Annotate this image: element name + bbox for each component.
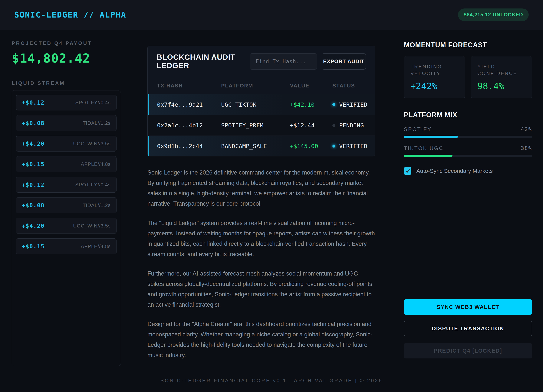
payout-label: PROJECTED Q4 PAYOUT <box>12 40 121 46</box>
predict-q4-locked-button[interactable]: PREDICT Q4 [LOCKED] <box>404 343 532 358</box>
footer-text: SONIC-LEDGER FINANCIAL CORE v0.1 | ARCHI… <box>160 378 383 384</box>
tx-hash-cell: 0x7f4e...9a21 <box>157 101 221 108</box>
platform-cell: SPOTIFY_PREM <box>221 122 290 129</box>
status-dot-verified-icon <box>332 145 335 148</box>
table-row: 0x7f4e...9a21 UGC_TIKTOK +$42.10 VERIFIE… <box>148 94 375 115</box>
forecast-cards: TRENDING VELOCITY +242% YIELD CONFIDENCE… <box>404 56 532 98</box>
app-footer: SONIC-LEDGER FINANCIAL CORE v0.1 | ARCHI… <box>0 369 543 392</box>
unlocked-balance-badge: $84,215.12 UNLOCKED <box>458 8 529 21</box>
ledger-title: BLOCKCHAIN AUDIT LEDGER <box>157 53 250 70</box>
sidebar-left: PROJECTED Q4 PAYOUT $14,802.42 LIQUID ST… <box>0 30 132 369</box>
status-text: VERIFIED <box>339 143 367 149</box>
stream-meta: APPLE//4.8s <box>81 161 111 167</box>
about-paragraph: The "Liquid Ledger" system provides a re… <box>147 218 375 259</box>
platform-cell: UGC_TIKTOK <box>221 101 290 108</box>
platform-mix-row: SPOTIFY 42% <box>404 126 532 138</box>
column-header-value: VALUE <box>290 83 332 89</box>
check-icon <box>405 168 410 173</box>
stream-value: +$4.20 <box>22 223 45 229</box>
stream-meta: UGC_WIN//3.5s <box>73 141 111 147</box>
platform-mix-row: TIKTOK UGC 38% <box>404 145 532 157</box>
stream-value: +$0.15 <box>22 243 45 250</box>
stream-meta: APPLE//4.8s <box>81 243 111 249</box>
trending-velocity-label: TRENDING VELOCITY <box>410 63 458 77</box>
value-cell: +$12.44 <box>290 122 332 129</box>
stream-meta: SPOTIFY//0.4s <box>75 100 111 106</box>
about-paragraph: Sonic-Ledger is the 2026 definitive comm… <box>147 167 375 209</box>
stream-item: +$4.20 UGC_WIN//3.5s <box>16 136 117 151</box>
stream-item: +$0.12 SPOTIFY//0.4s <box>16 95 117 110</box>
stream-value: +$0.15 <box>22 161 45 168</box>
stream-meta: SPOTIFY//0.4s <box>75 182 111 188</box>
platform-cell: BANDCAMP_SALE <box>221 143 290 149</box>
stream-meta: TIDAL//1.2s <box>83 120 111 126</box>
column-header-tx-hash: TX HASH <box>157 83 221 89</box>
stream-value: +$0.12 <box>22 99 45 106</box>
action-buttons: SYNC WEB3 WALLET DISPUTE TRANSACTION PRE… <box>404 299 532 358</box>
column-header-platform: PLATFORM <box>221 83 290 89</box>
app-logo: SONIC-LEDGER // ALPHA <box>14 10 126 19</box>
stream-item: +$0.08 TIDAL//1.2s <box>16 115 117 131</box>
table-row: 0x2a1c...4b12 SPOTIFY_PREM +$12.44 PENDI… <box>148 115 375 135</box>
liquid-stream-panel: +$0.12 SPOTIFY//0.4s +$0.08 TIDAL//1.2s … <box>12 90 121 366</box>
value-cell: +$145.00 <box>290 143 332 149</box>
yield-confidence-label: YIELD CONFIDENCE <box>477 63 526 77</box>
tx-hash-cell: 0x2a1c...4b12 <box>157 122 221 129</box>
about-section: Sonic-Ledger is the 2026 definitive comm… <box>147 167 375 360</box>
yield-confidence-card: YIELD CONFIDENCE 98.4% <box>471 56 532 98</box>
mix-pct-spotify: 42% <box>521 126 532 132</box>
stream-value: +$0.12 <box>22 181 45 188</box>
status-text: VERIFIED <box>339 101 367 108</box>
table-header-row: TX HASH PLATFORM VALUE STATUS <box>148 77 375 94</box>
yield-confidence-value: 98.4% <box>477 81 526 91</box>
blockchain-audit-ledger-card: BLOCKCHAIN AUDIT LEDGER EXPORT AUDIT TX … <box>147 46 375 157</box>
stream-value: +$4.20 <box>22 140 45 147</box>
status-dot-verified-icon <box>332 103 335 106</box>
stream-item: +$0.08 TIDAL//1.2s <box>16 197 117 213</box>
stream-value: +$0.08 <box>22 120 45 126</box>
stream-item: +$0.15 APPLE//4.8s <box>16 238 117 254</box>
platform-mix-title: PLATFORM MIX <box>404 111 532 119</box>
sidebar-right: MOMENTUM FORECAST TRENDING VELOCITY +242… <box>392 30 543 369</box>
progress-bar-track <box>404 136 532 138</box>
payout-value: $14,802.42 <box>12 51 121 66</box>
status-text: PENDING <box>339 122 364 129</box>
status-dot-pending-icon <box>332 124 335 127</box>
sync-web3-wallet-button[interactable]: SYNC WEB3 WALLET <box>404 299 532 315</box>
tx-hash-search-input[interactable] <box>250 53 317 70</box>
table-row: 0x9d1b...2c44 BANDCAMP_SALE +$145.00 VER… <box>148 135 375 156</box>
stream-value: +$0.08 <box>22 202 45 209</box>
progress-bar-track <box>404 155 532 157</box>
status-cell: PENDING <box>332 122 375 129</box>
auto-sync-checkbox[interactable] <box>404 167 411 175</box>
status-cell: VERIFIED <box>332 143 375 149</box>
stream-meta: TIDAL//1.2s <box>83 202 111 208</box>
value-cell: +$42.10 <box>290 101 332 108</box>
center-column: BLOCKCHAIN AUDIT LEDGER EXPORT AUDIT TX … <box>132 30 392 369</box>
trending-velocity-card: TRENDING VELOCITY +242% <box>404 56 465 98</box>
main-content: PROJECTED Q4 PAYOUT $14,802.42 LIQUID ST… <box>0 30 543 369</box>
export-audit-button[interactable]: EXPORT AUDIT <box>322 53 366 70</box>
stream-item: +$4.20 UGC_WIN//3.5s <box>16 218 117 234</box>
trending-velocity-value: +242% <box>410 81 458 91</box>
auto-sync-checkbox-label: Auto-Sync Secondary Markets <box>416 168 493 174</box>
progress-bar-fill <box>404 155 452 157</box>
stream-item: +$0.12 SPOTIFY//0.4s <box>16 177 117 193</box>
ledger-card-header: BLOCKCHAIN AUDIT LEDGER EXPORT AUDIT <box>148 46 375 77</box>
mix-label-tiktok: TIKTOK UGC <box>404 145 444 151</box>
momentum-forecast-title: MOMENTUM FORECAST <box>404 41 532 49</box>
tx-hash-cell: 0x9d1b...2c44 <box>157 143 221 149</box>
liquid-stream-label: LIQUID STREAM <box>12 80 121 86</box>
stream-item: +$0.15 APPLE//4.8s <box>16 156 117 172</box>
column-header-status: STATUS <box>332 83 375 89</box>
auto-sync-checkbox-row[interactable]: Auto-Sync Secondary Markets <box>404 167 532 175</box>
dispute-transaction-button[interactable]: DISPUTE TRANSACTION <box>404 321 532 336</box>
progress-bar-fill <box>404 136 458 138</box>
app-header: SONIC-LEDGER // ALPHA $84,215.12 UNLOCKE… <box>0 0 543 30</box>
mix-pct-tiktok: 38% <box>521 145 532 151</box>
about-paragraph: Designed for the "Alpha Creator" era, th… <box>147 319 375 360</box>
about-paragraph: Furthermore, our AI-assisted forecast me… <box>147 268 375 310</box>
stream-meta: UGC_WIN//3.5s <box>73 223 111 229</box>
status-cell: VERIFIED <box>332 101 375 108</box>
mix-label-spotify: SPOTIFY <box>404 126 432 132</box>
